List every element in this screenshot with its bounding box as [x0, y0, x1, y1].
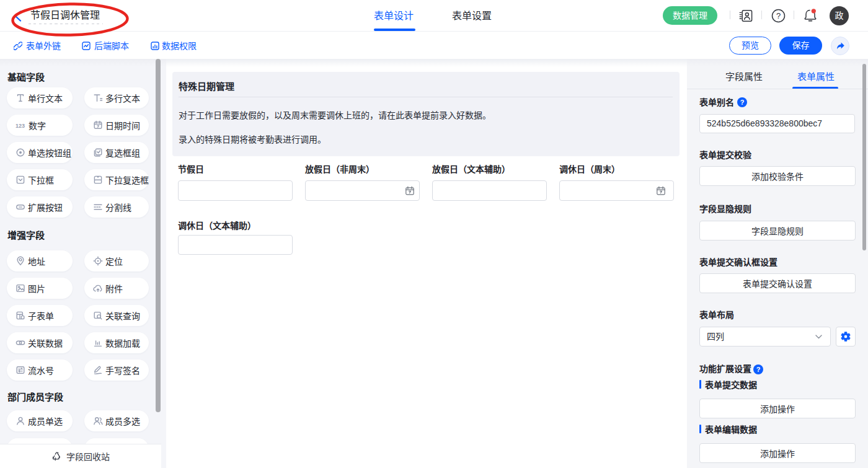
svg-text:?: ?	[776, 11, 781, 20]
svg-text:123: 123	[16, 123, 25, 129]
